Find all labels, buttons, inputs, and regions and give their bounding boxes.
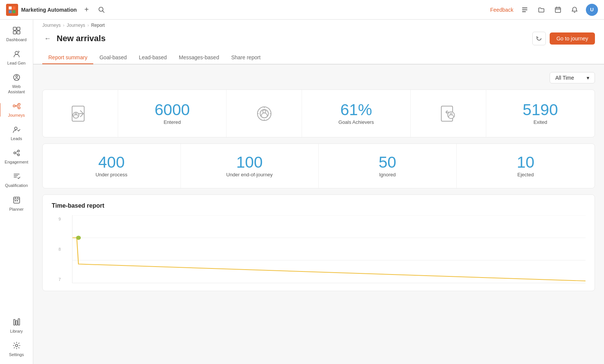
sidebar-label-dashboard: Dashboard <box>6 37 27 42</box>
scrollable-content: All Time ▾ 6000 <box>33 65 604 364</box>
y-label-9: 9 <box>52 217 61 221</box>
svg-point-44 <box>263 110 266 113</box>
sidebar-bottom: Library Settings <box>2 314 31 361</box>
lead-gen-icon <box>12 50 21 59</box>
under-end-label: Under end-of-journey <box>226 172 273 177</box>
sidebar-item-lead-gen[interactable]: Lead Gen <box>2 46 31 69</box>
page-header-row: ← New arrivals Go to journey <box>33 28 604 45</box>
svg-rect-35 <box>14 319 15 325</box>
ejected-value: 10 <box>517 154 535 170</box>
list-icon[interactable] <box>519 5 530 15</box>
entered-icon-cell <box>43 90 118 137</box>
sidebar-item-dashboard[interactable]: Dashboard <box>2 23 31 46</box>
sidebar-label-qualification: Qualification <box>5 183 28 188</box>
main-layout: Dashboard Lead Gen Web Assistant <box>0 20 604 364</box>
goals-icon-cell <box>226 90 302 137</box>
time-filter-label: All Time <box>555 75 574 81</box>
svg-rect-20 <box>13 105 15 107</box>
content-area: Journeys › Journeys › Report ← New arriv… <box>33 20 604 364</box>
y-axis: 9 8 7 <box>52 215 61 283</box>
tab-lead-based[interactable]: Lead-based <box>133 51 173 64</box>
sidebar-item-leads[interactable]: Leads <box>2 122 31 145</box>
bell-icon[interactable] <box>569 5 580 15</box>
add-button[interactable]: + <box>81 5 92 15</box>
tab-goal-based[interactable]: Goal-based <box>93 51 133 64</box>
under-process-cell: 400 Under process <box>43 144 181 188</box>
page-title-area: ← New arrivals <box>42 33 106 44</box>
tabs: Report summary Goal-based Lead-based Mes… <box>33 47 604 64</box>
svg-rect-8 <box>522 11 526 12</box>
svg-rect-13 <box>13 27 16 30</box>
feedback-link[interactable]: Feedback <box>490 7 513 13</box>
under-end-value: 100 <box>236 154 263 170</box>
chart-svg <box>72 215 586 283</box>
settings-icon <box>12 341 21 351</box>
sidebar: Dashboard Lead Gen Web Assistant <box>0 20 33 364</box>
svg-point-25 <box>17 150 19 152</box>
sidebar-item-qualification[interactable]: Qualification <box>2 168 31 192</box>
ignored-cell: 50 Ignored <box>319 144 457 188</box>
svg-rect-29 <box>14 197 20 203</box>
sidebar-item-engagement[interactable]: Engagement <box>2 145 31 168</box>
svg-point-17 <box>15 51 18 54</box>
web-assistant-icon <box>12 73 21 83</box>
svg-rect-36 <box>16 321 17 325</box>
refresh-button[interactable] <box>532 32 546 45</box>
entered-value-cell: 6000 Entered <box>118 90 226 137</box>
svg-point-42 <box>257 107 271 120</box>
back-button[interactable]: ← <box>42 33 53 44</box>
svg-rect-22 <box>18 107 20 109</box>
chart-inner: 9 8 7 <box>52 215 586 283</box>
filter-row: All Time ▾ <box>42 72 595 83</box>
svg-rect-37 <box>18 319 20 325</box>
goals-value: 61% <box>340 102 372 118</box>
under-end-cell: 100 Under end-of-journey <box>181 144 319 188</box>
svg-rect-7 <box>522 9 527 10</box>
sidebar-item-settings[interactable]: Settings <box>2 338 31 361</box>
breadcrumb-journeys-2[interactable]: Journeys <box>67 23 85 28</box>
calendar-icon[interactable] <box>553 5 563 15</box>
goals-label: Goals Achievers <box>339 119 374 125</box>
goto-journey-button[interactable]: Go to journey <box>550 32 595 45</box>
svg-line-27 <box>15 151 18 153</box>
tab-messages-based[interactable]: Messages-based <box>173 51 225 64</box>
exited-value: 5190 <box>523 102 558 118</box>
breadcrumb-journeys-1[interactable]: Journeys <box>42 23 61 28</box>
user-avatar[interactable]: U <box>586 4 598 16</box>
logo-area: Marketing Automation <box>6 4 77 16</box>
chart-area: 9 8 7 <box>52 215 586 283</box>
sidebar-item-journeys[interactable]: Journeys <box>2 98 31 122</box>
exited-icon-cell <box>411 90 486 137</box>
stats-row-1: 6000 Entered 61% Goals Achi <box>42 89 595 137</box>
time-based-report: Time-based report 9 8 7 <box>42 194 595 291</box>
report-title: Time-based report <box>52 202 586 209</box>
sidebar-label-planner: Planner <box>9 207 24 212</box>
topbar-actions: Feedback U <box>490 4 598 16</box>
svg-point-23 <box>14 127 17 130</box>
exited-value-cell: 5190 Exited <box>486 90 595 137</box>
search-button[interactable] <box>96 5 107 15</box>
ignored-label: Ignored <box>379 172 396 177</box>
sidebar-label-leads: Leads <box>11 136 22 141</box>
folder-icon[interactable] <box>536 5 547 15</box>
tab-share-report[interactable]: Share report <box>225 51 267 64</box>
breadcrumb-current: Report <box>91 23 105 28</box>
svg-rect-6 <box>522 8 527 8</box>
tab-report-summary[interactable]: Report summary <box>42 51 93 64</box>
sidebar-label-engagement: Engagement <box>5 160 28 165</box>
content-header: Journeys › Journeys › Report ← New arriv… <box>33 20 604 65</box>
svg-rect-2 <box>9 10 12 13</box>
svg-rect-15 <box>13 31 16 34</box>
journeys-icon <box>12 102 21 111</box>
sidebar-label-library: Library <box>10 329 23 334</box>
app-title: Marketing Automation <box>21 7 77 13</box>
stats-row-2: 400 Under process 100 Under end-of-journ… <box>42 143 595 188</box>
header-actions: Go to journey <box>532 32 595 45</box>
sidebar-item-library[interactable]: Library <box>2 314 31 338</box>
svg-point-24 <box>14 152 15 154</box>
time-filter[interactable]: All Time ▾ <box>550 72 595 83</box>
sidebar-item-web-assistant[interactable]: Web Assistant <box>2 69 31 98</box>
exited-icon <box>438 103 459 124</box>
goals-icon <box>254 103 275 124</box>
sidebar-item-planner[interactable]: Planner <box>2 192 31 216</box>
